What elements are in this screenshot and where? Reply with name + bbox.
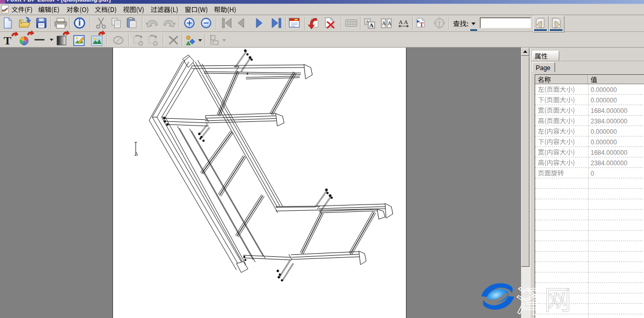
svg-text:T: T [437,20,442,27]
svg-text:T: T [4,34,12,47]
svg-text:A: A [388,20,392,26]
svg-text:A: A [404,19,408,25]
svg-text:A: A [382,20,386,26]
svg-text:A: A [369,22,374,28]
svg-text:T: T [420,21,424,28]
svg-text:A: A [399,19,403,25]
